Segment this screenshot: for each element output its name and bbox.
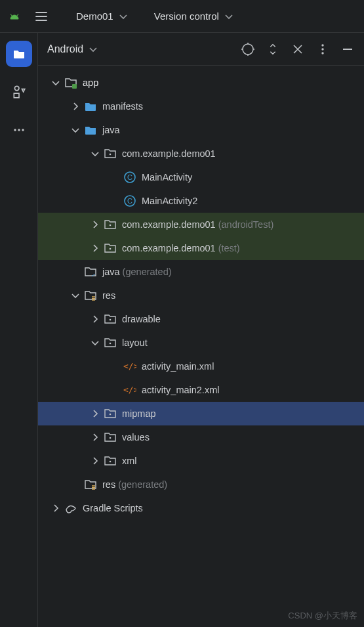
twisty-spacer [109,384,121,396]
tree-item-label: activity_main.xml [142,361,214,372]
panel-title-label: Android [47,43,83,55]
chevron-down-icon [89,45,98,54]
expand-icon[interactable] [70,100,81,112]
tree-item-label: xml [122,456,137,466]
close-panel-button[interactable] [291,42,305,56]
expand-icon[interactable] [89,313,101,325]
indent [38,106,70,107]
node-pkg-main[interactable]: com.example.demo01 [38,142,364,165]
expand-icon[interactable] [89,455,101,467]
indent [38,319,89,320]
xml-icon [123,360,136,373]
panel-header: Android [38,33,364,66]
tree-item-label: MainActivity [142,172,192,183]
project-panel: Android appmanifestsjavacom.example.demo… [38,33,364,627]
tree-item-label: Gradle Scripts [83,503,143,513]
node-values[interactable]: values [38,425,364,449]
pkg-icon [104,313,117,326]
expand-icon[interactable] [89,408,101,420]
pkg-icon [104,218,117,231]
chevron-down-icon [224,12,233,21]
twisty-spacer [70,266,81,278]
collapse-icon[interactable] [89,148,101,160]
android-logo-icon [7,9,22,24]
structure-tool-button[interactable] [6,79,32,105]
vcs-selector[interactable]: Version control [150,8,237,24]
tree-item-suffix: (test) [218,243,240,253]
node-mainactivity2[interactable]: MainActivity2 [38,189,364,213]
menubar: Demo01 Version control [0,0,364,33]
expand-icon[interactable] [89,242,101,254]
vcs-selector-label: Version control [154,11,219,22]
tree-item-suffix: (generated) [123,267,172,277]
pkg-icon [104,431,117,444]
indent [38,366,109,367]
twisty-spacer [70,479,81,490]
indent [38,390,109,391]
node-mainactivity[interactable]: MainActivity [38,165,364,189]
tree-item-label: MainActivity2 [142,196,197,206]
expand-icon[interactable] [50,502,62,514]
minimize-panel-button[interactable] [340,42,355,56]
indent [38,437,89,438]
node-pkg-androidtest[interactable]: com.example.demo01 (androidTest) [38,213,364,236]
node-manifests[interactable]: manifests [38,95,364,118]
project-selector-label: Demo01 [76,11,113,22]
tree-item-label: layout [122,337,148,348]
twisty-spacer [109,195,121,207]
node-java[interactable]: java [38,118,364,142]
watermark: CSDN @小天博客 [288,610,357,622]
expand-collapse-button[interactable] [266,42,280,56]
expand-icon[interactable] [89,219,101,230]
twisty-spacer [109,171,121,183]
select-opened-file-button[interactable] [241,42,255,56]
tree-item-label: manifests [102,101,143,112]
node-pkg-test[interactable]: com.example.demo01 (test) [38,236,364,260]
indent [38,508,50,509]
panel-view-selector[interactable]: Android [47,43,98,55]
folder-gen-icon [84,265,97,278]
project-selector[interactable]: Demo01 [72,8,132,24]
node-layout[interactable]: layout [38,331,364,355]
twisty-spacer [109,360,121,372]
indent [38,343,89,343]
indent [38,225,89,225]
tree-item-label: drawable [122,314,161,324]
chevron-down-icon [119,12,128,21]
node-activity-main[interactable]: activity_main.xml [38,355,364,378]
tree-item-label: com.example.demo01 [122,148,216,159]
node-drawable[interactable]: drawable [38,307,364,331]
tree-item-label: com.example.demo01 [122,219,216,230]
collapse-icon[interactable] [89,337,101,349]
node-activity-main2[interactable]: activity_main2.xml [38,378,364,402]
node-mipmap[interactable]: mipmap [38,402,364,425]
folder-res-icon [84,478,97,491]
node-res-generated[interactable]: res (generated) [38,473,364,496]
project-tree[interactable]: appmanifestsjavacom.example.demo01MainAc… [38,66,364,627]
node-app[interactable]: app [38,71,364,95]
expand-icon[interactable] [89,431,101,443]
indent [38,248,89,249]
left-toolstrip [0,33,38,627]
tree-item-label: mipmap [122,408,156,419]
collapse-icon[interactable] [70,124,81,136]
collapse-icon[interactable] [50,77,62,89]
pkg-icon [104,407,117,420]
node-java-generated[interactable]: java (generated) [38,260,364,284]
node-gradle-scripts[interactable]: Gradle Scripts [38,496,364,520]
node-res[interactable]: res [38,284,364,307]
panel-options-button[interactable] [315,42,330,56]
more-tools-button[interactable] [6,117,32,143]
main-menu-button[interactable] [31,7,51,26]
tree-item-label: res [102,479,115,490]
collapse-icon[interactable] [70,290,81,301]
indent [38,461,89,462]
indent [38,485,70,485]
tree-item-label: java [102,125,120,135]
tree-item-label: activity_main2.xml [142,385,219,395]
project-tool-button[interactable] [6,41,32,67]
tree-item-label: res [102,290,115,301]
node-xml[interactable]: xml [38,449,364,473]
folder-b-icon [84,100,97,113]
pkg-icon [104,147,117,160]
